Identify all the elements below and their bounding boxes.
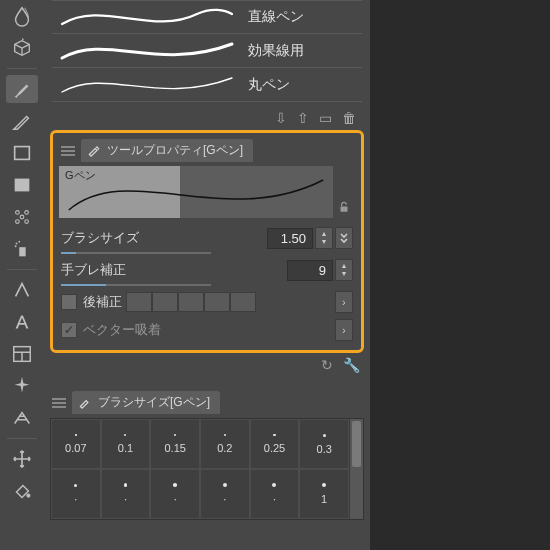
brush-size-value[interactable]: 1.50 [267,228,313,249]
preset-label: 丸ペン [242,76,362,94]
panel-title: ブラシサイズ[Gペン] [98,394,210,411]
wrench-icon[interactable]: 🔧 [343,357,360,373]
brush-size-cell[interactable]: · [101,469,151,519]
svg-point-9 [18,241,20,243]
sparkle-tool-icon[interactable] [6,372,38,400]
brush-preset-item[interactable]: 直線ペン [52,0,362,34]
brush-size-row: ブラシサイズ 1.50 ▴▾ [61,224,353,252]
tool-property-panel: ツールプロパティ[Gペン] Gペン ブラシサイズ 1.50 ▴▾ [50,130,364,353]
svg-rect-1 [15,179,30,192]
brush-size-cell[interactable]: 0.07 [51,419,101,469]
brush-tool-icon[interactable] [6,75,38,103]
panel-tool-icon[interactable] [6,340,38,368]
vector-snap-label: ベクター吸着 [83,321,161,339]
brush-size-stepper[interactable]: ▴▾ [315,227,333,249]
preset-stroke-preview [52,36,242,66]
post-correction-expand[interactable]: › [335,291,353,313]
brush-preset-list: 直線ペン 効果線用 丸ペン [44,0,370,106]
delete-preset-icon[interactable]: 🗑 [342,110,356,126]
tool-property-footer: ↻ 🔧 [44,353,370,379]
svg-rect-0 [15,147,30,160]
brush-size-cell[interactable]: 0.1 [101,419,151,469]
brush-preset-item[interactable]: 効果線用 [52,34,362,68]
brush-size-cell[interactable]: 0.3 [299,419,349,469]
brush-size-cell[interactable]: 0.2 [200,419,250,469]
perspective-tool-icon[interactable] [6,404,38,432]
svg-point-5 [25,220,29,224]
panel-title: ツールプロパティ[Gペン] [107,142,243,159]
rectangle-fill-icon[interactable] [6,171,38,199]
svg-point-3 [25,211,29,215]
stabilization-slider[interactable] [61,284,211,286]
svg-rect-13 [341,206,348,211]
text-tool-icon[interactable] [6,308,38,336]
pen-tool-icon[interactable] [6,107,38,135]
svg-point-10 [15,245,17,247]
move-tool-icon[interactable] [6,445,38,473]
panel-menu-icon[interactable] [61,146,75,156]
brush-size-cell[interactable]: 0.25 [250,419,300,469]
vector-snap-row: ベクター吸着 › [61,316,353,344]
panel-header: ツールプロパティ[Gペン] [53,133,361,164]
post-correction-segments[interactable] [126,292,256,312]
brush-preset-item[interactable]: 丸ペン [52,68,362,102]
brush-size-expand[interactable] [335,227,353,249]
rectangle-outline-icon[interactable] [6,139,38,167]
preset-stroke-preview [52,2,242,32]
preset-label: 効果線用 [242,42,362,60]
vector-snap-expand[interactable]: › [335,319,353,341]
cube-select-icon[interactable] [6,34,38,62]
pattern-tool-icon[interactable] [6,203,38,231]
panel-menu-icon[interactable] [52,398,66,408]
brush-size-cell[interactable]: · [250,469,300,519]
brush-curve-preview[interactable]: Gペン [59,166,333,218]
stabilization-label: 手ブレ補正 [61,261,171,279]
vector-edit-icon[interactable] [6,276,38,304]
stabilization-row: 手ブレ補正 9 ▴▾ [61,256,353,284]
panel-tab[interactable]: ツールプロパティ[Gペン] [81,139,253,162]
fill-tool-icon[interactable] [6,477,38,505]
droplet-icon[interactable] [6,2,38,30]
svg-point-8 [16,243,18,245]
export-preset-icon[interactable]: ⇧ [297,110,309,126]
preset-label: 直線ペン [242,8,362,26]
spray-tool-icon[interactable] [6,235,38,263]
brush-size-scrollbar[interactable] [349,419,363,519]
preset-panel-actions: ⇩ ⇧ ▭ 🗑 [44,106,370,130]
panel-tab[interactable]: ブラシサイズ[Gペン] [72,391,220,414]
reset-property-icon[interactable]: ↻ [321,357,333,373]
preset-stroke-preview [52,70,242,100]
svg-point-6 [20,215,24,219]
svg-rect-7 [19,247,25,256]
post-correction-checkbox[interactable] [61,294,77,310]
brush-size-label: ブラシサイズ [61,229,171,247]
brush-size-panel: ブラシサイズ[Gペン] 0.07 0.1 0.15 0.2 0.25 0.3 ·… [50,385,364,520]
svg-point-12 [27,494,30,497]
lock-icon[interactable] [333,166,355,218]
brush-size-cell[interactable]: 1 [299,469,349,519]
brush-size-cell[interactable]: · [200,469,250,519]
panels-column: 直線ペン 効果線用 丸ペン ⇩ ⇧ ▭ 🗑 ツールプロパティ[Gペン] [44,0,370,550]
canvas-area[interactable] [370,0,550,550]
vector-snap-checkbox[interactable] [61,322,77,338]
post-correction-row: 後補正 › [61,288,353,316]
svg-point-2 [16,211,20,215]
stabilization-stepper[interactable]: ▴▾ [335,259,353,281]
brush-size-grid: 0.07 0.1 0.15 0.2 0.25 0.3 · · · · · 1 [51,419,349,519]
post-correction-label: 後補正 [83,293,122,311]
brush-size-cell[interactable]: 0.15 [150,419,200,469]
import-preset-icon[interactable]: ⇩ [275,110,287,126]
brush-size-cell[interactable]: · [51,469,101,519]
brush-size-cell[interactable]: · [150,469,200,519]
new-preset-icon[interactable]: ▭ [319,110,332,126]
svg-point-4 [16,220,20,224]
left-toolbar [0,0,44,550]
stabilization-value[interactable]: 9 [287,260,333,281]
brush-size-slider[interactable] [61,252,211,254]
